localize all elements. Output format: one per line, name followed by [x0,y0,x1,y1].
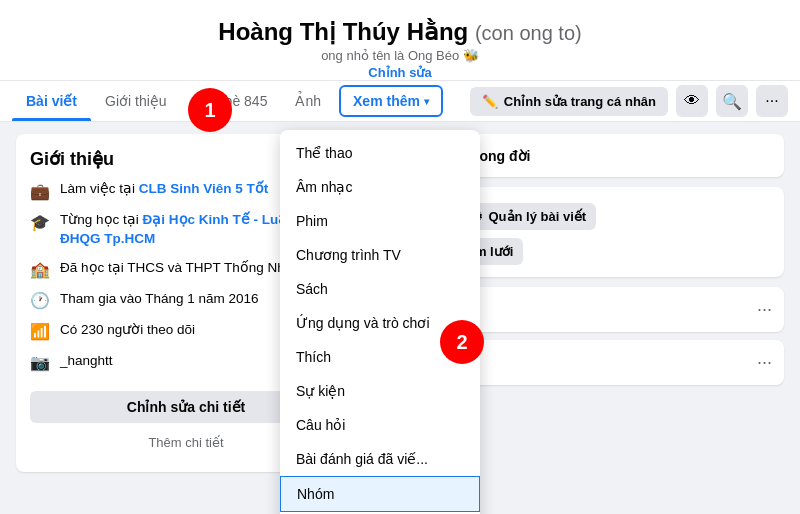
dropdown-item-nhom[interactable]: Nhóm [280,476,480,512]
study2-icon: 🏫 [30,260,50,280]
tab-gioi-thieu[interactable]: Giới thiệu [91,81,181,121]
tab-bai-viet[interactable]: Bài viết [12,81,91,121]
dropdown-item-su-kien[interactable]: Sự kiện [280,374,480,408]
nav-actions: ✏️ Chỉnh sửa trang cá nhân 👁 🔍 ··· [470,85,788,117]
view-button[interactable]: 👁 [676,85,708,117]
profile-nickname: (con ong to) [475,22,582,44]
edit-icon: ✏️ [482,94,498,109]
more-button[interactable]: ··· [756,85,788,117]
instagram-icon: 📷 [30,353,50,373]
edit-profile-button[interactable]: ✏️ Chỉnh sửa trang cá nhân [470,87,668,116]
more-link-label: Thêm chi tiết [148,435,223,450]
post-more-icon[interactable]: ··· [757,299,772,320]
sidebar-item-followers-text: Có 230 người theo dõi [60,321,195,340]
sidebar-item-instagram-text: _hanghtt [60,352,113,371]
xem-them-label: Xem thêm [353,93,420,109]
followers-icon: 📶 [30,322,50,342]
tab-xem-them[interactable]: Xem thêm ▾ [339,85,443,117]
chevron-down-icon: ▾ [424,96,429,107]
sidebar-item-study2-text: Đã học tại THCS và THPT Thống Nhất [60,259,298,278]
work-icon: 💼 [30,181,50,201]
badge-number-2: 2 [440,320,484,364]
tab-anh[interactable]: Ảnh [281,81,335,121]
profile-sub-text: ong nhỏ tên là Ong Béo 🐝 [0,48,800,63]
edit-profile-label: Chỉnh sửa trang cá nhân [504,94,656,109]
dropdown-item-the-thao[interactable]: Thể thao [280,136,480,170]
profile-header: Hoàng Thị Thúy Hằng (con ong to) ong nhỏ… [0,0,800,122]
dropdown-item-phim[interactable]: Phim [280,204,480,238]
sidebar-item-work-text: Làm việc tại CLB Sinh Viên 5 Tốt [60,180,268,199]
search-button[interactable]: 🔍 [716,85,748,117]
manage-posts-button[interactable]: ⚙ Quản lý bài viết [461,203,596,230]
dropdown-item-chuong-trinh-tv[interactable]: Chương trình TV [280,238,480,272]
sidebar-item-join-text: Tham gia vào Tháng 1 năm 2016 [60,290,259,309]
dropdown-item-sach[interactable]: Sách [280,272,480,306]
dropdown-item-bai-danh-gia[interactable]: Bài đánh giá đã viế... [280,442,480,476]
post-more-icon-2[interactable]: ··· [757,352,772,373]
nav-tabs: Bài viết Giới thiệu Bạn bè 845 Ảnh Xem t… [0,80,800,121]
study1-icon: 🎓 [30,212,50,232]
dropdown-item-cau-hoi[interactable]: Câu hỏi [280,408,480,442]
join-icon: 🕐 [30,291,50,311]
profile-full-name: Hoàng Thị Thúy Hằng [218,18,468,45]
chinh-sua-link[interactable]: Chỉnh sửa [0,65,800,80]
manage-posts-label: Quản lý bài viết [488,209,586,224]
profile-name: Hoàng Thị Thúy Hằng (con ong to) [0,18,800,46]
badge-number-1: 1 [188,88,232,132]
dropdown-item-am-nhac[interactable]: Âm nhạc [280,170,480,204]
